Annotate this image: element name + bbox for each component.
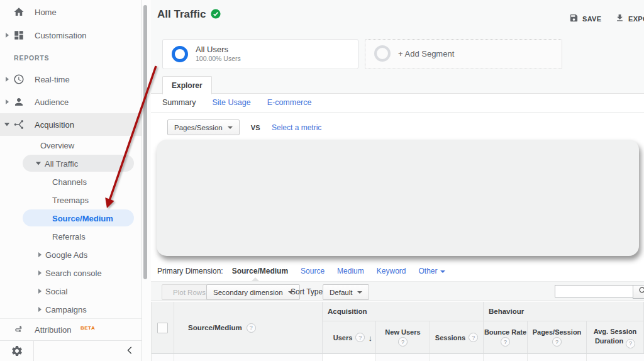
column-header-label: Users [333,334,353,342]
sidebar-item-acquisition[interactable]: Acquisition [0,113,142,136]
chevron-right-icon [38,252,42,257]
sidebar-item-label: Source/Medium [52,213,113,223]
dimension-keyword[interactable]: Keyword [377,267,406,275]
column-header-new-users[interactable]: New Users [376,321,430,354]
sidebar-item-campaigns[interactable]: Campaigns [0,300,142,318]
collapse-sidebar-icon[interactable] [126,346,136,356]
dimension-medium[interactable]: Medium [337,267,364,275]
sidebar-item-audience[interactable]: Audience [0,91,142,113]
chevron-down-icon [440,270,445,273]
column-header-sessions[interactable]: Sessions [430,321,484,354]
column-header-label: New Users [385,328,420,336]
save-button[interactable]: SAVE [569,13,601,24]
column-header-avg-session-duration[interactable]: Avg. Session Duration [587,321,644,354]
sidebar-item-label: Attribution [35,325,72,335]
sidebar-item-label: Social [45,286,67,296]
chevron-down-icon [36,162,41,165]
verified-shield-icon [211,9,221,22]
help-icon[interactable] [469,333,478,342]
chevron-right-icon [6,99,9,104]
column-header-label: Bounce Rate [484,328,526,336]
sidebar: Home Customisation REPORTS Real-time Aud… [0,0,151,361]
page-title-text: All Traffic [157,8,206,20]
download-icon [615,13,625,24]
select-all-checkbox[interactable] [157,323,168,333]
help-icon[interactable] [626,339,635,348]
sidebar-item-label: Customisation [35,30,86,40]
customisation-icon [13,30,25,41]
dimension-source[interactable]: Source [301,267,325,275]
add-segment-button[interactable]: + Add Segment [365,39,562,69]
select-metric-link[interactable]: Select a metric [272,123,321,132]
table-row [376,354,430,361]
table-row [152,354,174,361]
sidebar-item-all-traffic[interactable]: All Traffic [0,154,142,172]
dimension-other-dropdown[interactable]: Other [418,267,445,275]
sidebar-scrollbar[interactable] [143,5,147,279]
settings-gear-icon[interactable] [11,345,23,357]
divider [151,112,644,113]
divider [33,341,34,361]
help-icon[interactable] [247,323,256,333]
segment-ring-icon [172,46,188,62]
sidebar-item-label: Real-time [35,75,70,84]
export-button[interactable]: EXPORT [615,13,644,24]
chevron-right-icon [38,289,42,294]
help-icon[interactable] [501,337,510,347]
chevron-right-icon [6,33,9,38]
report-views: Summary Site Usage E-commerce [162,98,311,107]
column-header-source-medium[interactable]: Source/Medium [174,302,323,354]
view-ecommerce[interactable]: E-commerce [267,98,312,107]
table-search-input[interactable] [555,285,635,297]
group-header-label: Behaviour [489,308,524,315]
group-header-behaviour: Behaviour [484,302,644,321]
view-summary[interactable]: Summary [162,98,196,107]
secondary-dimension-dropdown[interactable]: Secondary dimension [206,284,300,300]
sidebar-item-customisation[interactable]: Customisation [0,23,142,47]
column-header-pages-session[interactable]: Pages/Session [528,321,587,354]
column-header-users[interactable]: Users [323,321,376,354]
sidebar-item-label: Google Ads [45,250,87,259]
metric-picker-row: Pages/Session VS Select a metric [167,119,321,135]
sidebar-item-google-ads[interactable]: Google Ads [0,245,142,264]
primary-dimension-row: Primary Dimension: Source/Medium Source … [157,267,445,275]
sidebar-item-channels[interactable]: Channels [0,172,142,191]
sort-type-label: Sort Type: [291,287,325,296]
help-icon[interactable] [552,337,562,347]
search-button[interactable] [633,285,644,299]
sidebar-item-home[interactable]: Home [0,0,142,23]
tab-explorer[interactable]: Explorer [162,76,212,94]
vs-label: VS [251,124,260,131]
column-header-bounce-rate[interactable]: Bounce Rate [484,321,528,354]
metric-dropdown[interactable]: Pages/Session [167,119,240,135]
group-header-acquisition: Acquisition [323,302,484,321]
report-area: All Traffic SAVE EXPORT All Users 100.00… [151,0,644,361]
sidebar-item-search-console[interactable]: Search console [0,264,142,282]
sidebar-item-overview[interactable]: Overview [0,136,142,154]
sidebar-item-source-medium[interactable]: Source/Medium [0,209,142,227]
table-toolbar: Plot Rows Secondary dimension Sort Type:… [151,281,644,301]
sidebar-item-social[interactable]: Social [0,282,142,300]
sidebar-item-referrals[interactable]: Referrals [0,227,142,245]
plot-rows-label: Plot Rows [173,289,206,296]
sort-descending-icon[interactable] [369,333,373,342]
clock-icon [13,74,25,85]
primary-dimension-label: Primary Dimension: [157,267,223,275]
acquisition-icon [13,119,25,130]
sidebar-item-treemaps[interactable]: Treemaps [0,191,142,209]
table-row [587,354,644,361]
segment-title: All Users [196,45,228,54]
sidebar-item-realtime[interactable]: Real-time [0,68,142,91]
sidebar-item-label: Overview [40,140,74,150]
sidebar-item-attribution[interactable]: Attribution BETA [0,319,142,340]
sidebar-item-label: Referrals [52,231,86,241]
segment-all-users[interactable]: All Users 100.00% Users [162,39,358,69]
help-icon[interactable] [355,333,365,342]
sort-type-dropdown[interactable]: Default [323,284,369,300]
reports-section-label: REPORTS [14,54,49,62]
help-icon[interactable] [398,337,408,347]
dimension-source-medium[interactable]: Source/Medium [232,267,288,275]
view-site-usage[interactable]: Site Usage [212,98,250,107]
secondary-dimension-label: Secondary dimension [213,289,283,296]
column-header-label: Sessions [435,334,465,342]
